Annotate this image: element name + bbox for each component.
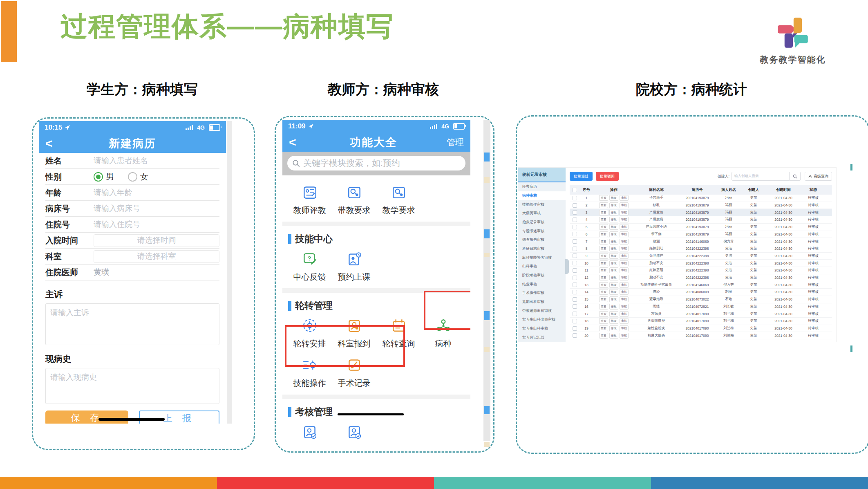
sidebar-item[interactable]: 手术操作审核: [518, 289, 566, 298]
action-button-查看[interactable]: 查看: [599, 239, 608, 244]
action-button-审核[interactable]: 审核: [620, 217, 629, 222]
action-button-查看[interactable]: 查看: [599, 253, 608, 259]
action-button-审核[interactable]: 审核: [620, 267, 629, 273]
select-all-checkbox[interactable]: [573, 188, 577, 192]
row-checkbox[interactable]: [573, 247, 577, 251]
creator-search-button[interactable]: [790, 172, 801, 181]
action-button-查看[interactable]: 查看: [599, 289, 608, 295]
row-checkbox[interactable]: [573, 225, 577, 229]
radio-unselected-icon[interactable]: [128, 172, 137, 182]
action-button-审核[interactable]: 审核: [620, 318, 629, 324]
back-chevron-icon[interactable]: <: [45, 137, 64, 150]
sidebar-item[interactable]: 实习生出科审核: [518, 324, 566, 333]
scroll-track[interactable]: [227, 121, 232, 424]
action-button-查看[interactable]: 查看: [599, 267, 608, 273]
row-checkbox[interactable]: [573, 261, 577, 265]
action-button-修改[interactable]: 修改: [609, 217, 618, 222]
row-checkbox[interactable]: [573, 326, 577, 331]
app-item[interactable]: 出科考核: [332, 418, 376, 441]
textarea-input[interactable]: 请输入主诉: [45, 303, 219, 345]
action-button-查看[interactable]: 查看: [599, 231, 608, 237]
action-button-审核[interactable]: 审核: [620, 239, 629, 244]
back-chevron-icon[interactable]: <: [289, 135, 308, 149]
advanced-search-button[interactable]: 高级查询: [805, 172, 832, 181]
manage-button[interactable]: 管理: [439, 137, 464, 148]
app-item[interactable]: 教师评教: [287, 179, 332, 218]
action-button-修改[interactable]: 修改: [609, 210, 618, 215]
sidebar-item[interactable]: 科研日志审核: [518, 244, 566, 253]
app-item[interactable]: 出科考核: [287, 418, 332, 441]
action-button-修改[interactable]: 修改: [609, 333, 618, 339]
sidebar-item[interactable]: 技能操作审核: [518, 200, 566, 209]
batch-reject-button[interactable]: 批量驳回: [596, 172, 619, 181]
action-button-查看[interactable]: 查看: [599, 224, 608, 230]
row-checkbox[interactable]: [573, 290, 577, 294]
sidebar-item[interactable]: 阶段考核审核: [518, 271, 566, 280]
action-button-查看[interactable]: 查看: [599, 318, 608, 324]
action-button-查看[interactable]: 查看: [599, 311, 608, 317]
row-checkbox[interactable]: [573, 276, 577, 280]
action-button-修改[interactable]: 修改: [609, 195, 618, 201]
field-select-box[interactable]: 请选择科室: [94, 250, 219, 263]
sidebar-item[interactable]: 专题综述审核: [518, 227, 566, 236]
row-checkbox[interactable]: [573, 196, 577, 200]
action-button-审核[interactable]: 审核: [620, 275, 629, 280]
action-button-审核[interactable]: 审核: [620, 296, 629, 302]
sidebar-item[interactable]: 经典病历: [518, 182, 566, 191]
action-button-修改[interactable]: 修改: [609, 304, 618, 310]
action-button-审核[interactable]: 审核: [620, 202, 629, 208]
textarea-input[interactable]: 请输入现病史: [45, 368, 219, 404]
sidebar-collapse-handle[interactable]: [565, 259, 569, 274]
report-button[interactable]: 上 报: [139, 410, 219, 424]
app-item[interactable]: ?中心反馈: [287, 245, 332, 285]
sidebar-item[interactable]: 大病历审核: [518, 209, 566, 218]
action-button-审核[interactable]: 审核: [620, 333, 629, 339]
row-checkbox[interactable]: [573, 239, 577, 244]
row-checkbox[interactable]: [573, 253, 577, 258]
app-item[interactable]: 教学要求: [376, 179, 421, 218]
action-button-审核[interactable]: 审核: [620, 253, 629, 259]
sidebar-item[interactable]: 结业审核: [518, 280, 566, 289]
creator-search-input[interactable]: 输入创建人搜索: [732, 172, 790, 181]
app-item[interactable]: 带教要求: [332, 179, 376, 218]
sidebar-item[interactable]: 出科技能补考审核: [518, 253, 566, 262]
row-checkbox[interactable]: [573, 210, 577, 215]
action-button-修改[interactable]: 修改: [609, 325, 618, 331]
row-checkbox[interactable]: [573, 203, 577, 208]
row-checkbox[interactable]: [573, 304, 577, 309]
row-checkbox[interactable]: [573, 268, 577, 273]
action-button-查看[interactable]: 查看: [599, 282, 608, 288]
action-button-审核[interactable]: 审核: [620, 304, 629, 310]
action-button-修改[interactable]: 修改: [609, 231, 618, 237]
action-button-查看[interactable]: 查看: [599, 275, 608, 280]
action-button-审核[interactable]: 审核: [620, 311, 629, 317]
row-checkbox[interactable]: [573, 333, 577, 338]
action-button-查看[interactable]: 查看: [599, 296, 608, 302]
action-button-查看[interactable]: 查看: [599, 260, 608, 266]
field-placeholder[interactable]: 请输入年龄: [94, 187, 132, 198]
action-button-审核[interactable]: 审核: [620, 246, 629, 251]
radio-selected-icon[interactable]: [94, 172, 103, 182]
action-button-修改[interactable]: 修改: [609, 311, 618, 317]
sidebar-item[interactable]: 出科审核: [518, 262, 566, 271]
sidebar-item[interactable]: 抢救记录审核: [518, 218, 566, 227]
sidebar-item[interactable]: 实习月记汇总: [518, 333, 566, 342]
action-button-审核[interactable]: 审核: [620, 282, 629, 288]
action-button-审核[interactable]: 审核: [620, 224, 629, 230]
action-button-修改[interactable]: 修改: [609, 202, 618, 208]
action-button-查看[interactable]: 查看: [599, 202, 608, 208]
gender-radio-option[interactable]: 男: [94, 171, 114, 182]
gender-radio-option[interactable]: 女: [128, 171, 148, 182]
field-placeholder[interactable]: 请输入患者姓名: [94, 155, 148, 166]
action-button-查看[interactable]: 查看: [599, 325, 608, 331]
field-placeholder[interactable]: 请输入病床号: [94, 203, 140, 214]
action-button-审核[interactable]: 审核: [620, 289, 629, 295]
batch-approve-button[interactable]: 批量通过: [570, 172, 593, 181]
action-button-审核[interactable]: 审核: [620, 210, 629, 215]
sidebar-item[interactable]: 带教老师出科审核: [518, 306, 566, 315]
field-placeholder[interactable]: 请输入住院号: [94, 219, 140, 230]
action-button-修改[interactable]: 修改: [609, 246, 618, 251]
sidebar-item[interactable]: 延期出科审核: [518, 298, 566, 307]
sidebar-item[interactable]: 实习生出科老师审核: [518, 315, 566, 324]
action-button-修改[interactable]: 修改: [609, 275, 618, 280]
